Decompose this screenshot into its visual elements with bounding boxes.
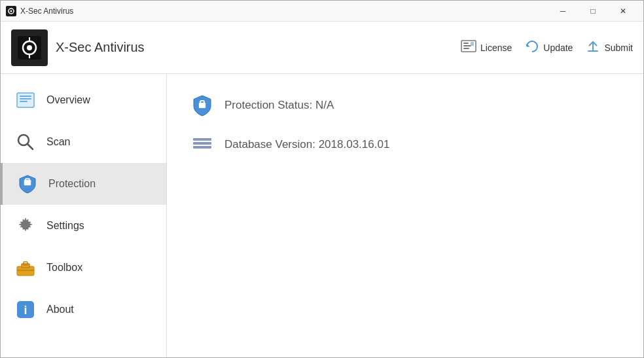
sidebar-item-toolbox[interactable]: Toolbox [1, 247, 166, 289]
title-bar-buttons: ─ □ ✕ [548, 1, 638, 22]
overview-label: Overview [46, 94, 90, 106]
svg-rect-17 [20, 101, 27, 102]
sidebar-item-scan[interactable]: Scan [1, 121, 166, 163]
svg-rect-10 [463, 45, 471, 46]
svg-point-5 [27, 45, 32, 50]
sidebar-item-settings[interactable]: Settings [1, 205, 166, 247]
svg-rect-11 [463, 48, 469, 49]
svg-point-2 [10, 10, 12, 12]
minimize-button[interactable]: ─ [548, 1, 578, 22]
db-version-row: Database Version: 2018.03.16.01 [190, 133, 620, 156]
scan-label: Scan [46, 136, 70, 148]
title-bar-text: X-Sec Antivirus [20, 7, 548, 16]
svg-rect-32 [193, 142, 211, 145]
settings-label: Settings [46, 220, 84, 232]
db-version-value: 2018.03.16.01 [319, 138, 390, 151]
app-logo [11, 29, 48, 66]
db-version-icon [190, 133, 214, 156]
protection-status-row: Protection Status: N/A [190, 94, 620, 117]
app-icon [6, 6, 16, 16]
db-version-label: Database Version: [224, 138, 319, 151]
title-bar: X-Sec Antivirus ─ □ ✕ [1, 1, 643, 22]
overview-icon [14, 88, 37, 112]
db-version-text: Database Version: 2018.03.16.01 [224, 138, 389, 151]
sidebar-item-about[interactable]: i About [1, 289, 166, 331]
app-title: X-Sec Antivirus [56, 40, 461, 55]
svg-rect-15 [20, 96, 31, 97]
sidebar: Overview Scan Protection [1, 74, 167, 357]
toolbox-label: Toolbox [46, 262, 82, 274]
svg-rect-16 [20, 98, 31, 99]
close-button[interactable]: ✕ [608, 1, 638, 22]
svg-rect-14 [17, 93, 34, 107]
svg-line-19 [27, 144, 33, 149]
main-layout: Overview Scan Protection [1, 74, 643, 357]
maximize-button[interactable]: □ [578, 1, 608, 22]
about-label: About [46, 304, 74, 315]
toolbox-icon [14, 256, 37, 279]
protection-label: Protection [48, 178, 96, 190]
svg-rect-9 [463, 43, 469, 44]
update-label: Update [543, 43, 573, 53]
protection-status-label: Protection Status: [224, 99, 315, 111]
content-area: Protection Status: N/A Database Version:… [167, 74, 643, 357]
license-icon [461, 40, 476, 55]
protection-status-icon [190, 94, 214, 117]
sidebar-item-protection[interactable]: Protection [1, 163, 166, 205]
update-button[interactable]: Update [525, 39, 573, 56]
license-button[interactable]: License [461, 40, 512, 55]
sidebar-item-overview[interactable]: Overview [1, 79, 166, 121]
svg-text:i: i [24, 304, 27, 317]
submit-icon [586, 39, 600, 56]
svg-rect-31 [193, 138, 211, 141]
protection-icon [16, 172, 39, 196]
submit-label: Submit [604, 43, 633, 53]
scan-icon [14, 130, 37, 154]
protection-status-text: Protection Status: N/A [224, 99, 334, 112]
settings-icon [14, 214, 37, 238]
app-header: X-Sec Antivirus License [1, 22, 643, 74]
svg-rect-12 [471, 42, 474, 46]
submit-button[interactable]: Submit [586, 39, 633, 56]
update-icon [525, 39, 539, 56]
about-icon: i [14, 298, 37, 321]
license-label: License [480, 43, 512, 53]
svg-rect-13 [588, 50, 598, 52]
protection-status-value: N/A [315, 99, 334, 111]
svg-rect-24 [22, 264, 29, 268]
svg-rect-33 [193, 146, 211, 149]
header-actions: License Update Submit [461, 39, 633, 56]
